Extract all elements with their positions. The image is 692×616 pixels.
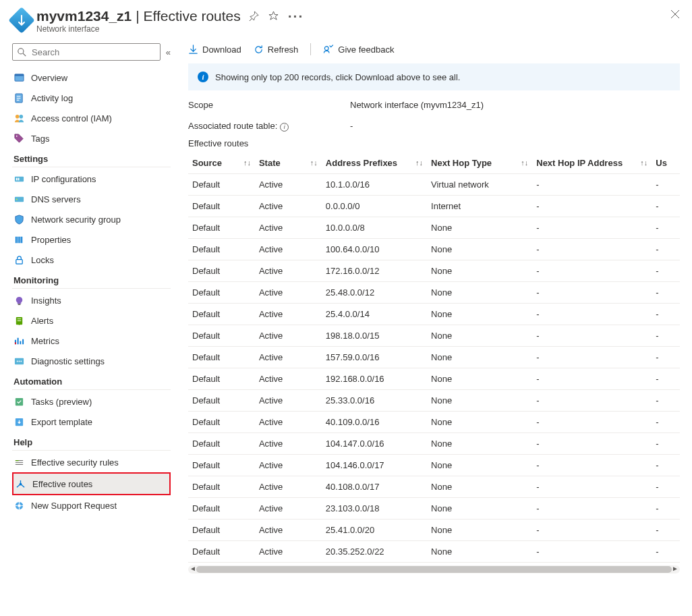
sort-icon[interactable]: ↑↓ [310, 159, 318, 167]
table-row[interactable]: DefaultActive40.109.0.0/16None-- [188, 411, 680, 432]
svg-point-21 [19, 482, 22, 485]
sidebar-item-new-support-request[interactable]: New Support Request [12, 495, 171, 515]
sidebar-item-properties[interactable]: Properties [12, 229, 171, 250]
table-row[interactable]: DefaultActive104.147.0.0/16None-- [188, 432, 680, 454]
search-input[interactable] [30, 47, 155, 58]
table-row[interactable]: DefaultActive157.59.0.0/16None-- [188, 346, 680, 368]
sidebar-item-activity-log[interactable]: Activity log [12, 88, 171, 108]
svg-point-17 [18, 360, 20, 362]
sidebar-item-label: Locks [31, 255, 54, 265]
sidebar-item-tags[interactable]: Tags [12, 128, 171, 148]
col-header-source[interactable]: Source↑↓ [188, 152, 255, 174]
feedback-button[interactable]: Give feedback [323, 45, 394, 55]
sort-icon[interactable]: ↑↓ [415, 159, 423, 167]
table-row[interactable]: DefaultActive172.16.0.0/12None-- [188, 260, 680, 281]
col-header-us[interactable]: Us [652, 152, 680, 174]
cell-next-hop-type: None [427, 368, 532, 389]
sidebar-item-export-template[interactable]: Export template [12, 412, 171, 432]
cell-next-hop-ip: - [532, 281, 652, 303]
cell-state: Active [255, 195, 322, 217]
col-header-address-prefixes[interactable]: Address Prefixes↑↓ [322, 152, 427, 174]
table-row[interactable]: DefaultActive0.0.0.0/0Internet-- [188, 195, 680, 217]
sidebar-item-label: Alerts [31, 316, 53, 326]
table-row[interactable]: DefaultActive104.146.0.0/17None-- [188, 454, 680, 476]
table-row[interactable]: DefaultActive25.4.0.0/14None-- [188, 303, 680, 325]
table-row[interactable]: DefaultActive25.41.0.0/20None-- [188, 519, 680, 540]
sort-icon[interactable]: ↑↓ [521, 159, 528, 167]
cell-us: - [652, 476, 680, 497]
sidebar-item-effective-routes[interactable]: Effective routes [12, 472, 171, 495]
collapse-sidebar-button[interactable]: « [166, 47, 171, 57]
table-row[interactable]: DefaultActive10.0.0.0/8None-- [188, 217, 680, 238]
sidebar-item-alerts[interactable]: Alerts [12, 310, 171, 331]
effective-routes-table: Source↑↓ State↑↓ Address Prefixes↑↓ Next… [188, 152, 680, 563]
sidebar-item-diagnostic-settings[interactable]: Diagnostic settings [12, 351, 171, 371]
scrollbar-thumb[interactable] [196, 566, 672, 573]
table-row[interactable]: DefaultActive198.18.0.0/15None-- [188, 325, 680, 346]
cell-state: Active [255, 476, 322, 497]
export-icon [13, 416, 24, 427]
cell-next-hop-type: None [427, 540, 532, 562]
feedback-label: Give feedback [338, 45, 394, 55]
table-row[interactable]: DefaultActive25.33.0.0/16None-- [188, 389, 680, 411]
svg-point-0 [18, 48, 24, 53]
cell-next-hop-ip: - [532, 325, 652, 346]
sidebar-search[interactable] [12, 43, 161, 61]
cell-source: Default [188, 217, 255, 238]
col-header-next-hop-type[interactable]: Next Hop Type↑↓ [427, 152, 532, 174]
sidebar-item-dns-servers[interactable]: DNS servers [12, 189, 171, 209]
sidebar-item-insights[interactable]: Insights [12, 290, 171, 310]
table-row[interactable]: DefaultActive100.64.0.0/10None-- [188, 238, 680, 260]
sidebar-item-metrics[interactable]: Metrics [12, 331, 171, 351]
col-header-state[interactable]: State↑↓ [255, 152, 322, 174]
sidebar-item-locks[interactable]: Locks [12, 250, 171, 270]
iam-icon [13, 113, 24, 123]
sidebar-item-tasks-preview-[interactable]: Tasks (preview) [12, 391, 171, 412]
cell-address-prefix: 23.103.0.0/18 [322, 497, 427, 519]
cell-source: Default [188, 519, 255, 540]
pin-icon[interactable] [249, 8, 259, 24]
table-row[interactable]: DefaultActive25.48.0.0/12None-- [188, 281, 680, 303]
cell-source: Default [188, 432, 255, 454]
command-bar: Download Refresh Give feedback [188, 43, 680, 63]
close-button[interactable] [670, 8, 680, 22]
more-icon[interactable]: ··· [288, 8, 304, 24]
sidebar-item-access-control-iam-[interactable]: Access control (IAM) [12, 108, 171, 128]
table-row[interactable]: DefaultActive20.35.252.0/22None-- [188, 540, 680, 562]
sidebar-item-label: Metrics [31, 336, 59, 346]
cell-state: Active [255, 454, 322, 476]
cell-next-hop-ip: - [532, 217, 652, 238]
cell-next-hop-type: None [427, 519, 532, 540]
table-row[interactable]: DefaultActive23.103.0.0/18None-- [188, 497, 680, 519]
cell-address-prefix: 0.0.0.0/0 [322, 195, 427, 217]
cell-us: - [652, 540, 680, 562]
cell-next-hop-type: None [427, 346, 532, 368]
cell-next-hop-ip: - [532, 454, 652, 476]
sidebar-item-network-security-group[interactable]: Network security group [12, 209, 171, 229]
sort-icon[interactable]: ↑↓ [640, 159, 647, 167]
cell-next-hop-ip: - [532, 195, 652, 217]
cell-state: Active [255, 217, 322, 238]
cell-source: Default [188, 476, 255, 497]
sidebar-item-ip-configurations[interactable]: IP configurations [12, 169, 171, 189]
download-button[interactable]: Download [188, 45, 241, 55]
info-circle-icon[interactable]: i [280, 123, 289, 132]
refresh-button[interactable]: Refresh [254, 45, 299, 55]
cell-address-prefix: 198.18.0.0/15 [322, 325, 427, 346]
sort-icon[interactable]: ↑↓ [243, 159, 251, 167]
cell-address-prefix: 40.108.0.0/17 [322, 476, 427, 497]
horizontal-scrollbar[interactable]: ◄ ► [188, 565, 680, 573]
cell-state: Active [255, 346, 322, 368]
cell-address-prefix: 10.0.0.0/8 [322, 217, 427, 238]
col-header-next-hop-ip[interactable]: Next Hop IP Address↑↓ [532, 152, 652, 174]
table-row[interactable]: DefaultActive10.1.0.0/16Virtual network-… [188, 173, 680, 195]
table-row[interactable]: DefaultActive40.108.0.0/17None-- [188, 476, 680, 497]
favorite-icon[interactable] [268, 8, 279, 24]
sidebar-item-overview[interactable]: Overview [12, 67, 171, 88]
cell-address-prefix: 25.48.0.0/12 [322, 281, 427, 303]
sidebar-item-effective-security-rules[interactable]: Effective security rules [12, 452, 171, 472]
table-row[interactable]: DefaultActive192.168.0.0/16None-- [188, 368, 680, 389]
svg-point-23 [18, 504, 21, 507]
cell-us: - [652, 454, 680, 476]
cell-next-hop-type: Virtual network [427, 173, 532, 195]
